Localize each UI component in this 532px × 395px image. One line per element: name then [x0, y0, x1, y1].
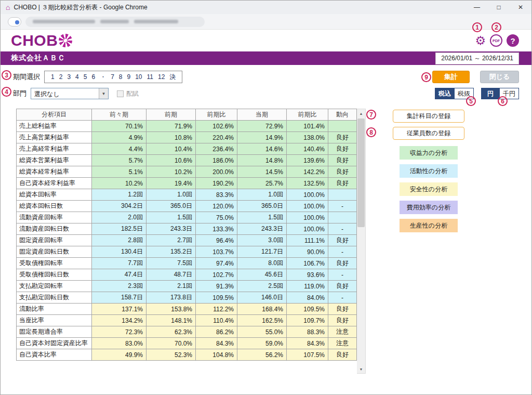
row-value: 14.9%: [237, 132, 287, 143]
profile-badge-icon[interactable]: [8, 17, 21, 27]
row-value: 153.8%: [147, 304, 196, 315]
aggregate-button[interactable]: 集計: [432, 71, 470, 83]
annotation-callout-7: 7: [366, 110, 376, 120]
table-row[interactable]: 支払勘定回転率 2.3回 2.1回 91.3% 2.5回 119.0% 良好: [17, 281, 357, 292]
unit-yen-button[interactable]: 円: [481, 88, 500, 99]
period-item-1[interactable]: 1: [51, 73, 55, 81]
table-row[interactable]: 受取債権回転日数 47.4日 48.7日 102.7% 45.6日 93.6% …: [17, 269, 357, 281]
table-row[interactable]: 自己資本比率 49.9% 52.3% 104.8% 56.2% 107.5% 良…: [17, 349, 357, 361]
period-select-label: 期間選択: [13, 72, 40, 82]
row-value: 110.4%: [196, 315, 237, 326]
period-item-5[interactable]: 5: [84, 73, 87, 81]
category-label-4: 費用効率の分析: [400, 201, 458, 214]
annotation-callout-5: 5: [466, 96, 476, 106]
scroll-down-icon[interactable]: ▼: [357, 365, 365, 373]
table-row[interactable]: 固定資産回転率 2.8回 2.7回 96.4% 3.0回 111.1% 良好: [17, 235, 357, 246]
table-row[interactable]: 総資本営業利益率 5.7% 10.6% 186.0% 14.8% 139.6% …: [17, 155, 357, 166]
close-window-button[interactable]: ✕: [510, 1, 531, 14]
table-row[interactable]: 当座比率 134.2% 148.1% 110.4% 162.5% 109.7% …: [17, 315, 357, 326]
row-value: 75.0%: [196, 212, 237, 223]
table-row[interactable]: 自己資本対固定資産比率 83.0% 70.0% 84.3% 59.0% 84.3…: [17, 338, 357, 349]
row-value: 104.8%: [196, 349, 237, 361]
period-item-11[interactable]: 11: [147, 73, 153, 81]
row-trend: 良好: [328, 166, 357, 178]
analysis-table: 分析項目 前々期 前期 前期比 当期 前期比 動向 売上総利益率 70.1% 7…: [16, 109, 357, 361]
period-selector: 123456・789101112決: [44, 71, 182, 83]
table-row[interactable]: 受取債権回転率 7.7回 7.5回 97.4% 8.0回 106.7% 良好: [17, 258, 357, 269]
period-item-4[interactable]: 4: [75, 73, 79, 81]
period-item-7[interactable]: 7: [111, 73, 114, 81]
table-row[interactable]: 総資本回転率 1.2回 1.0回 83.3% 1.0回 100.0%: [17, 189, 357, 201]
allocation-option: 配賦: [117, 89, 139, 98]
allocation-label: 配賦: [126, 89, 139, 98]
row-label: 受取債権回転率: [17, 258, 92, 269]
table-row[interactable]: 流動資産回転日数 182.5日 243.3日 133.3% 243.3日 100…: [17, 223, 357, 235]
table-row[interactable]: 固定長期適合率 72.3% 62.3% 86.2% 55.0% 88.3% 注意: [17, 326, 357, 338]
period-item-8[interactable]: 8: [119, 73, 123, 81]
annotation-callout-9: 9: [421, 72, 431, 82]
col-header-current-ratio: 前期比: [287, 109, 328, 121]
period-item-2[interactable]: 2: [59, 73, 63, 81]
row-value: 134.2%: [92, 315, 147, 326]
period-item-10[interactable]: 10: [135, 73, 142, 81]
category-list: 収益力の分析活動性の分析安全性の分析費用効率の分析生産性の分析: [400, 146, 458, 237]
row-value: 168.4%: [237, 304, 287, 315]
close-button[interactable]: 閉じる: [480, 71, 519, 83]
help-icon[interactable]: ?: [507, 34, 519, 47]
pdf-export-icon[interactable]: PDF: [490, 34, 502, 47]
row-value: 119.0%: [287, 281, 328, 292]
col-header-prev: 前期: [147, 109, 196, 121]
chevron-down-icon[interactable]: ▼: [99, 88, 108, 99]
row-trend: 良好: [328, 281, 357, 292]
period-item-決[interactable]: 決: [169, 73, 176, 82]
table-row[interactable]: 自己資本経常利益率 10.2% 19.4% 190.2% 25.7% 132.5…: [17, 178, 357, 189]
register-aggregate-items-button[interactable]: 集計科目の登録: [393, 110, 464, 123]
settings-gear-icon[interactable]: ⚙: [475, 35, 486, 47]
row-value: 236.4%: [196, 143, 237, 155]
table-row[interactable]: 流動資産回転率 2.0回 1.5回 75.0% 1.5回 100.0%: [17, 212, 357, 223]
row-label: 流動比率: [17, 304, 92, 315]
row-value: 2.1回: [147, 281, 196, 292]
tax-included-button[interactable]: 税込: [435, 88, 455, 99]
controls-row-1: 期間選択 123456・789101112決 集計 閉じる: [1, 70, 531, 84]
row-value: 49.9%: [92, 349, 147, 361]
table-scrollbar[interactable]: ▲ ▼: [357, 109, 366, 374]
table-row[interactable]: 総資本回転日数 304.2日 365.0日 120.0% 365.0日 100.…: [17, 201, 357, 212]
row-label: 受取債権回転日数: [17, 269, 92, 281]
row-value: 101.4%: [287, 121, 328, 132]
company-name: 株式会社ＡＢＣ: [11, 54, 65, 63]
period-item-12[interactable]: 12: [158, 73, 165, 81]
department-dropdown[interactable]: 選択なし ▼: [31, 88, 109, 99]
period-item-3[interactable]: 3: [67, 73, 71, 81]
table-row[interactable]: 売上総利益率 70.1% 71.9% 102.6% 72.9% 101.4%: [17, 121, 357, 132]
row-label: 固定長期適合率: [17, 326, 92, 338]
register-employees-button[interactable]: 従業員数の登録: [393, 127, 464, 140]
table-row[interactable]: 固定資産回転日数 130.4日 135.2日 103.7% 121.7日 90.…: [17, 246, 357, 258]
row-value: 10.6%: [147, 155, 196, 166]
row-trend: 良好: [328, 235, 357, 246]
scrollbar-track[interactable]: [357, 117, 365, 365]
blurred-url-segment: [100, 20, 129, 23]
row-value: 2.3回: [92, 281, 147, 292]
col-header-item: 分析項目: [17, 109, 92, 121]
url-bar[interactable]: [25, 17, 205, 27]
maximize-button[interactable]: □: [488, 1, 510, 14]
table-row[interactable]: 売上高営業利益率 4.9% 10.8% 220.4% 14.9% 138.0% …: [17, 132, 357, 143]
row-trend: -: [328, 246, 357, 258]
table-row[interactable]: 流動比率 137.1% 153.8% 112.2% 168.4% 109.5% …: [17, 304, 357, 315]
row-value: 91.3%: [196, 281, 237, 292]
table-row[interactable]: 総資本経常利益率 5.1% 10.2% 200.0% 14.5% 142.2% …: [17, 166, 357, 178]
row-value: 84.0%: [287, 292, 328, 304]
row-trend: 良好: [328, 304, 357, 315]
row-trend: 良好: [328, 178, 357, 189]
scroll-up-icon[interactable]: ▲: [357, 109, 365, 117]
row-value: 243.3日: [147, 223, 196, 235]
scrollbar-thumb[interactable]: [357, 118, 365, 227]
table-row[interactable]: 売上高経常利益率 4.4% 10.4% 236.4% 14.6% 140.4% …: [17, 143, 357, 155]
table-row[interactable]: 支払勘定回転日数 158.7日 173.8日 109.5% 146.0日 84.…: [17, 292, 357, 304]
minimize-button[interactable]: —: [466, 1, 488, 14]
period-item-6[interactable]: 6: [91, 73, 95, 81]
period-item-9[interactable]: 9: [127, 73, 131, 81]
row-value: 10.2%: [92, 178, 147, 189]
row-value: 148.1%: [147, 315, 196, 326]
